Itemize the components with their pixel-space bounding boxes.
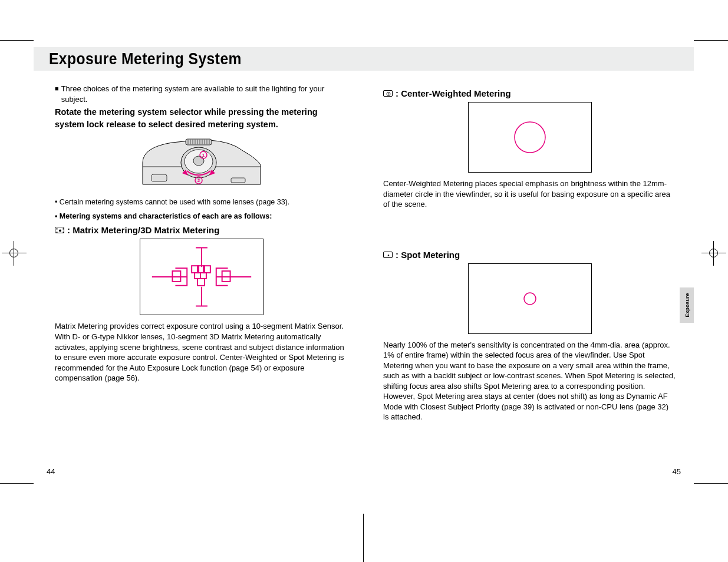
matrix-description: Matrix Metering provides correct exposur… [55,321,348,383]
crop-mark [363,514,364,562]
page-title: Exposure Metering System [49,49,242,68]
svg-rect-26 [57,232,58,233]
center-weighted-icon [383,90,393,97]
bullet-note-bold: • Metering systems and characteristics o… [55,212,348,220]
svg-text:2: 2 [197,178,200,183]
left-column: ■ Three choices of the metering system a… [55,84,348,422]
spot-description: Nearly 100% of the meter's sensitivity i… [383,340,676,422]
intro-line: Three choices of the metering system are… [61,84,348,105]
svg-rect-1 [186,139,212,145]
spot-heading-text: : Spot Metering [396,250,460,260]
svg-point-37 [388,94,389,95]
svg-rect-33 [197,279,205,286]
center-weighted-heading: : Center-Weighted Metering [383,88,676,98]
spot-diagram [468,263,592,334]
svg-rect-22 [231,178,245,183]
svg-rect-27 [63,232,64,233]
crop-mark [694,483,728,484]
instruction-bold: Rotate the metering system selector whil… [55,106,348,131]
spot-metering-heading: : Spot Metering [383,250,676,260]
page-spread: Exposure Metering System ■ Three choices… [34,0,694,513]
svg-point-40 [524,293,536,305]
svg-rect-21 [151,174,167,181]
matrix-metering-heading: : Matrix Metering/3D Matrix Metering [55,225,348,235]
page-number-right: 45 [673,467,681,476]
svg-point-39 [388,254,389,256]
svg-point-23 [59,230,61,232]
section-tab: Exposure [680,287,694,323]
registration-mark-icon [5,244,23,262]
spot-metering-icon [383,252,393,258]
crop-mark [0,483,34,484]
matrix-diagram [140,239,263,315]
page-number-left: 44 [47,467,55,476]
center-weighted-diagram [468,102,592,173]
svg-rect-35 [222,272,230,282]
svg-rect-25 [63,229,64,230]
svg-rect-31 [195,273,200,279]
svg-point-38 [515,122,545,153]
matrix-metering-icon [55,227,64,233]
section-tab-label: Exposure [684,293,690,317]
crop-mark [0,40,34,41]
svg-rect-32 [200,273,206,279]
header-bar: Exposure Metering System [34,47,694,71]
selector-dial-figure: 1 2 [140,134,263,193]
svg-text:1: 1 [202,153,205,158]
content-columns: ■ Three choices of the metering system a… [55,84,676,422]
crop-mark [694,40,728,41]
matrix-heading-text: : Matrix Metering/3D Matrix Metering [67,225,219,235]
svg-rect-24 [57,229,58,230]
square-bullet-icon: ■ [55,85,59,92]
cw-description: Center-Weighted Metering places special … [383,178,676,210]
right-column: : Center-Weighted Metering Center-Weight… [383,84,676,422]
registration-mark-icon [705,244,723,262]
cw-heading-text: : Center-Weighted Metering [396,88,511,98]
svg-rect-34 [172,272,180,282]
bullet-note: • Certain metering systems cannot be use… [55,198,348,206]
intro-text: ■ Three choices of the metering system a… [55,84,348,105]
